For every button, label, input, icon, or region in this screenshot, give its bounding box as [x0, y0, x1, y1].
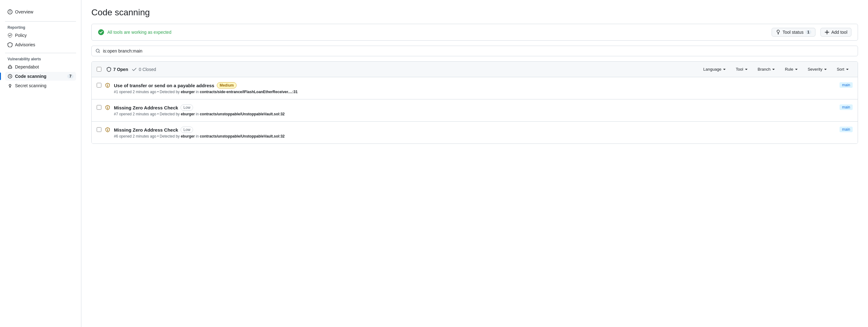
check-icon-header	[132, 67, 137, 72]
select-all-checkbox[interactable]	[97, 67, 101, 72]
filter-branch-button[interactable]: Branch	[754, 65, 779, 73]
svg-point-15	[98, 29, 104, 35]
alert-title[interactable]: Missing Zero Address Check	[114, 127, 178, 133]
alert-title[interactable]: Use of transfer or send on a payable add…	[114, 83, 214, 88]
alert-branch: main	[839, 127, 852, 132]
alert-title[interactable]: Missing Zero Address Check	[114, 105, 178, 110]
policy-label: Policy	[15, 33, 27, 38]
chevron-down-icon-severity	[824, 68, 827, 71]
search-input[interactable]	[103, 48, 854, 54]
svg-point-14	[9, 85, 11, 86]
main-content: Code scanning All tools are working as e…	[81, 0, 868, 327]
alert-checkbox[interactable]	[97, 83, 101, 88]
code-scanning-icon	[7, 74, 12, 79]
sidebar-item-overview[interactable]: Overview	[5, 7, 76, 16]
status-left: All tools are working as expected	[98, 29, 172, 35]
filter-language-label: Language	[704, 67, 721, 72]
secret-scanning-icon	[7, 83, 12, 88]
sidebar-item-dependabot[interactable]: Dependabot	[5, 63, 76, 71]
alert-title-row: Missing Zero Address Check Low	[114, 104, 836, 111]
closed-count[interactable]: 0 Closed	[132, 67, 156, 72]
alert-author: eburger	[181, 90, 195, 94]
filter-rule-label: Rule	[785, 67, 793, 72]
alert-meta: #7 opened 2 minutes ago • Detected by eb…	[114, 112, 836, 116]
severity-badge: Medium	[217, 82, 237, 89]
filter-buttons: Language Tool Branch Rule Severity	[700, 65, 852, 73]
tool-status-count: 1	[805, 30, 811, 34]
alert-title-row: Use of transfer or send on a payable add…	[114, 82, 836, 89]
page-title: Code scanning	[91, 7, 858, 18]
svg-point-9	[10, 65, 10, 65]
open-count: 7 Open	[106, 67, 128, 72]
alert-meta: #1 opened 2 minutes ago • Detected by eb…	[114, 90, 836, 94]
chevron-down-icon-sort	[845, 68, 849, 71]
svg-point-1	[9, 11, 11, 13]
alert-checkbox[interactable]	[97, 105, 101, 110]
search-bar	[91, 46, 858, 56]
code-scanning-badge: 7	[67, 74, 73, 78]
alert-meta: #6 opened 2 minutes ago • Detected by eb…	[114, 134, 836, 138]
sidebar: Overview Reporting Policy Advisories Vul…	[0, 0, 81, 327]
shield-icon-header	[106, 67, 112, 72]
reporting-section-label: Reporting	[5, 25, 76, 30]
alert-list-header: 7 Open 0 Closed Language Tool Branch	[92, 62, 858, 77]
check-circle-icon	[98, 29, 104, 35]
chevron-down-icon-branch	[772, 68, 775, 71]
alert-branch: main	[839, 104, 852, 110]
add-tool-label: Add tool	[831, 30, 847, 35]
alert-author: eburger	[181, 134, 195, 138]
sidebar-item-policy[interactable]: Policy	[5, 31, 76, 40]
vulnerability-alerts-section-label: Vulnerability alerts	[5, 57, 76, 61]
alert-location: contracts/unstoppable/UnstoppableVault.s…	[199, 112, 284, 116]
filter-rule-button[interactable]: Rule	[781, 65, 802, 73]
filter-tool-button[interactable]: Tool	[732, 65, 752, 73]
sidebar-item-secret-scanning[interactable]: Secret scanning	[5, 81, 76, 90]
alert-icon	[105, 105, 110, 111]
status-right: Tool status 1 Add tool	[772, 28, 851, 37]
alert-body: Use of transfer or send on a payable add…	[114, 82, 836, 94]
plus-icon	[825, 30, 830, 35]
filter-sort-label: Sort	[837, 67, 844, 72]
sidebar-item-advisories[interactable]: Advisories	[5, 40, 76, 49]
alert-icon	[105, 83, 110, 89]
advisories-icon	[7, 42, 12, 47]
svg-point-7	[10, 67, 11, 68]
severity-badge: Low	[181, 104, 193, 111]
filter-language-button[interactable]: Language	[700, 65, 730, 73]
alert-author: eburger	[181, 112, 195, 116]
tool-status-button[interactable]: Tool status 1	[772, 28, 815, 37]
svg-point-13	[10, 76, 10, 76]
filter-sort-button[interactable]: Sort	[833, 65, 852, 73]
tool-status-icon	[776, 30, 781, 35]
filter-severity-label: Severity	[808, 67, 822, 72]
divider-1	[5, 21, 76, 22]
svg-rect-5	[8, 66, 11, 68]
dependabot-icon	[7, 64, 12, 69]
secret-scanning-label: Secret scanning	[15, 83, 46, 88]
filter-severity-button[interactable]: Severity	[804, 65, 831, 73]
policy-icon	[7, 33, 12, 38]
alert-items-container: Use of transfer or send on a payable add…	[92, 77, 858, 143]
advisories-label: Advisories	[15, 42, 35, 47]
overview-label: Overview	[15, 9, 33, 14]
overview-icon	[7, 9, 12, 14]
filter-branch-label: Branch	[757, 67, 770, 72]
alert-icon	[105, 127, 110, 133]
code-scanning-label: Code scanning	[15, 74, 46, 79]
chevron-down-icon-lang	[722, 68, 726, 71]
add-tool-button[interactable]: Add tool	[820, 28, 851, 37]
sidebar-item-code-scanning[interactable]: Code scanning 7	[5, 72, 76, 81]
severity-badge: Low	[181, 127, 193, 133]
alert-body: Missing Zero Address Check Low #7 opened…	[114, 104, 836, 116]
filter-tool-label: Tool	[736, 67, 743, 72]
closed-count-label: 0 Closed	[138, 67, 156, 72]
alert-checkbox[interactable]	[97, 127, 101, 132]
alert-branch: main	[839, 82, 852, 88]
svg-line-4	[10, 35, 11, 36]
open-count-label: 7 Open	[113, 67, 128, 72]
chevron-down-icon-tool	[744, 68, 748, 71]
chevron-down-icon-rule	[795, 68, 798, 71]
dependabot-label: Dependabot	[15, 64, 39, 69]
alert-item: Missing Zero Address Check Low #7 opened…	[92, 99, 858, 122]
divider-2	[5, 53, 76, 53]
